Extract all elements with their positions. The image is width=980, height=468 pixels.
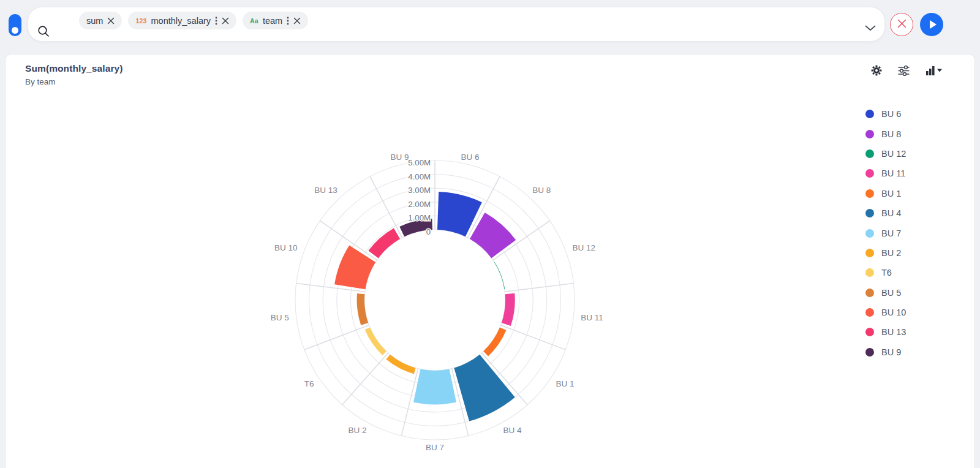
legend-item-BU 7[interactable]: BU 7 <box>865 223 906 243</box>
legend-label: BU 12 <box>881 149 906 159</box>
category-label-BU 11: BU 11 <box>581 313 603 322</box>
chip-menu-icon[interactable] <box>215 17 217 25</box>
polar-bar-BU 8[interactable] <box>470 213 516 259</box>
search-input[interactable]: sum123monthly_salaryAateam <box>28 7 885 42</box>
polar-bar-BU 12[interactable] <box>494 262 505 290</box>
legend-label: BU 11 <box>881 168 905 178</box>
query-chip-team[interactable]: Aateam <box>243 12 308 29</box>
legend-swatch <box>865 110 874 118</box>
polar-bar-BU 1[interactable] <box>483 328 506 357</box>
legend-item-BU 6[interactable]: BU 6 <box>865 104 906 124</box>
chip-type-badge: 123 <box>135 17 146 25</box>
legend-swatch <box>865 268 874 277</box>
angle-grid-line <box>342 353 388 405</box>
legend-item-BU 8[interactable]: BU 8 <box>865 124 906 143</box>
app-logo[interactable] <box>9 14 21 36</box>
legend-label: BU 8 <box>881 129 901 139</box>
radial-axis-tick: 5.00M <box>408 158 431 167</box>
legend-label: BU 13 <box>881 327 906 337</box>
polar-bar-BU 11[interactable] <box>502 293 515 326</box>
chip-menu-icon[interactable] <box>287 17 289 25</box>
legend-label: BU 1 <box>881 189 901 198</box>
close-icon <box>897 18 907 31</box>
run-query-button[interactable] <box>920 13 943 36</box>
legend-item-BU 10[interactable]: BU 10 <box>865 303 906 322</box>
legend-label: BU 6 <box>881 109 901 119</box>
polar-bar-BU 10[interactable] <box>334 246 375 290</box>
chip-close-icon[interactable] <box>293 17 301 25</box>
polar-bar-BU 7[interactable] <box>413 369 456 405</box>
chip-label: sum <box>86 16 103 26</box>
angle-grid-line <box>370 176 402 238</box>
legend-label: BU 4 <box>881 208 901 218</box>
polar-bar-BU 2[interactable] <box>386 355 415 374</box>
chip-close-icon[interactable] <box>107 17 115 25</box>
chart-legend: BU 6BU 8BU 12BU 11BU 1BU 4BU 7BU 2T6BU 5… <box>865 104 906 362</box>
chevron-down-icon[interactable] <box>865 23 876 34</box>
legend-swatch <box>865 348 874 357</box>
query-chip-sum[interactable]: sum <box>79 12 122 29</box>
legend-item-T6[interactable]: T6 <box>865 263 906 282</box>
chip-close-icon[interactable] <box>222 17 229 25</box>
legend-swatch <box>865 249 874 257</box>
legend-label: BU 7 <box>881 228 901 238</box>
legend-item-BU 9[interactable]: BU 9 <box>865 342 906 362</box>
category-label-BU 5: BU 5 <box>271 313 289 322</box>
legend-swatch <box>865 328 874 336</box>
category-label-BU 7: BU 7 <box>426 443 444 452</box>
category-label-T6: T6 <box>304 379 314 388</box>
legend-item-BU 11[interactable]: BU 11 <box>865 164 906 183</box>
result-card: Sum(monthly_salary) By team <box>5 54 975 468</box>
category-label-BU 8: BU 8 <box>532 186 551 195</box>
legend-label: T6 <box>881 268 892 277</box>
legend-item-BU 13[interactable]: BU 13 <box>865 322 906 342</box>
category-label-BU 2: BU 2 <box>348 426 366 435</box>
legend-swatch <box>865 189 874 198</box>
radial-grid-ring <box>364 230 505 371</box>
legend-swatch <box>865 289 874 297</box>
category-label-BU 9: BU 9 <box>391 153 409 162</box>
legend-label: BU 10 <box>881 308 906 317</box>
radial-axis-tick: 4.00M <box>408 172 431 181</box>
category-label-BU 12: BU 12 <box>572 243 595 252</box>
legend-label: BU 9 <box>881 347 901 357</box>
query-chip-monthly_salary[interactable]: 123monthly_salary <box>128 12 236 29</box>
legend-item-BU 1[interactable]: BU 1 <box>865 184 906 203</box>
radial-axis-tick: 2.00M <box>408 200 431 209</box>
clear-query-button[interactable] <box>890 13 913 36</box>
legend-swatch <box>865 308 874 317</box>
legend-swatch <box>865 209 874 217</box>
category-label-BU 10: BU 10 <box>274 243 298 252</box>
legend-item-BU 2[interactable]: BU 2 <box>865 243 906 263</box>
chip-label: team <box>263 16 282 26</box>
chip-label: monthly_salary <box>151 16 211 26</box>
radial-axis-tick: 1.00M <box>408 213 431 222</box>
legend-item-BU 4[interactable]: BU 4 <box>865 203 906 223</box>
radial-axis-tick: 0 <box>426 227 431 236</box>
angle-grid-line <box>505 284 573 292</box>
legend-label: BU 5 <box>881 288 901 298</box>
legend-label: BU 2 <box>881 248 901 258</box>
category-label-BU 6: BU 6 <box>461 153 479 162</box>
category-label-BU 4: BU 4 <box>503 426 522 435</box>
legend-swatch <box>865 149 874 158</box>
legend-swatch <box>865 130 874 138</box>
radial-axis-tick: 3.00M <box>408 186 431 195</box>
legend-item-BU 5[interactable]: BU 5 <box>865 283 906 303</box>
search-icon <box>37 25 50 40</box>
chip-type-badge: Aa <box>250 17 258 25</box>
query-chip-list: sum123monthly_salaryAateam <box>79 7 308 29</box>
category-label-BU 13: BU 13 <box>314 186 337 195</box>
legend-swatch <box>865 169 874 178</box>
legend-swatch <box>865 229 874 238</box>
play-icon <box>930 20 937 29</box>
top-search-bar: sum123monthly_salaryAateam <box>0 0 980 54</box>
polar-bar-BU 5[interactable] <box>357 293 369 325</box>
category-label-BU 1: BU 1 <box>556 379 575 388</box>
legend-item-BU 12[interactable]: BU 12 <box>865 144 906 164</box>
polar-bar-chart: 01.00M2.00M3.00M4.00M5.00MBU 6BU 8BU 12B… <box>6 55 976 468</box>
